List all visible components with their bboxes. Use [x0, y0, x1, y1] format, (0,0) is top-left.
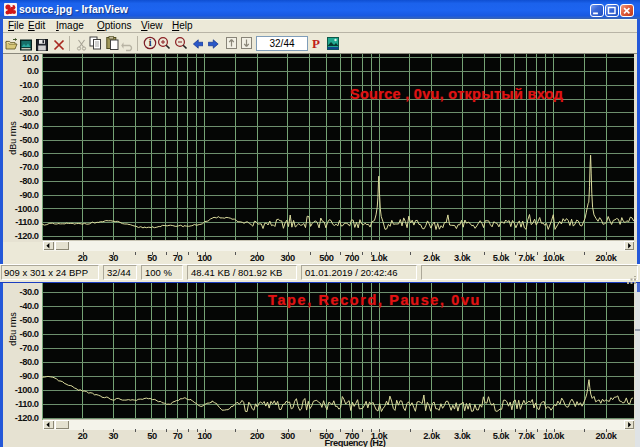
- svg-text:i: i: [149, 38, 152, 48]
